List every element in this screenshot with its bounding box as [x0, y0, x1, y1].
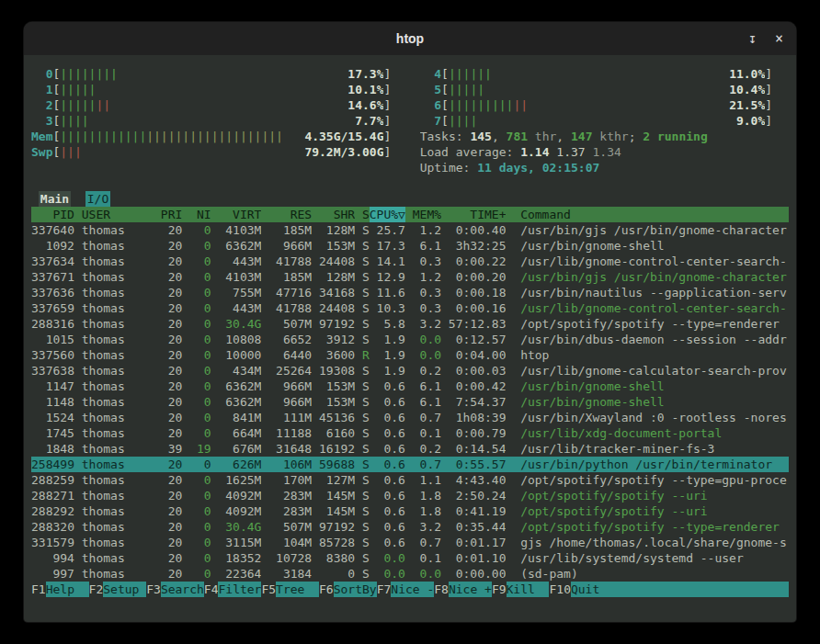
- process-row[interactable]: 288271thomas2004092M283M145MS0.61.82:50.…: [31, 488, 789, 503]
- cell-state: S: [355, 363, 370, 378]
- column-header-user[interactable]: USER: [74, 207, 146, 222]
- cell-mem: 3.2: [405, 316, 441, 332]
- close-icon[interactable]: ×: [775, 30, 783, 47]
- fkey-f10[interactable]: F10Quit: [549, 582, 789, 597]
- cell-cpu: 5.8: [370, 316, 405, 332]
- meter-area: 0[||||||||17.3%]4[||||||11.0%]1[|||||10.…: [31, 66, 789, 175]
- process-row[interactable]: 337638thomas200434M2526419308S1.90.20:00…: [31, 363, 789, 378]
- cpu-meter-7: 7[||||9.0%]: [420, 113, 772, 129]
- process-row[interactable]: 337636thomas200755M4771634168S11.60.30:0…: [31, 285, 789, 300]
- cell-res: 283M: [261, 488, 312, 503]
- process-row[interactable]: 1524thomas200841M111M45136S0.60.71h08:39…: [31, 410, 789, 425]
- cell-ni: 19: [182, 441, 211, 457]
- process-row[interactable]: 1848thomas3919676M3164816192S0.60.20:14.…: [31, 441, 789, 457]
- download-icon[interactable]: ↧: [748, 30, 757, 47]
- column-header-res[interactable]: RES: [261, 207, 312, 222]
- process-row[interactable]: 337640thomas2004103M185M128MS25.71.20:00…: [31, 222, 789, 238]
- fkey-f9[interactable]: F9Kill: [492, 582, 550, 597]
- cell-cpu: 0.6: [370, 394, 405, 410]
- cell-state: S: [355, 269, 370, 285]
- cell-ni: 0: [182, 425, 211, 441]
- cell-state: S: [355, 535, 370, 550]
- cell-cpu: 0.6: [370, 457, 405, 472]
- column-header-pid[interactable]: PID: [31, 207, 74, 222]
- process-row[interactable]: 258499thomas200626M106M59688S0.60.70:55.…: [31, 457, 789, 472]
- screen-tabs: Main I/O: [31, 191, 789, 207]
- fkey-f8[interactable]: F8Nice +: [434, 582, 492, 597]
- cell-res: 47716: [261, 285, 312, 300]
- cell-pid: 337636: [31, 285, 74, 300]
- cell-cpu: 25.7: [370, 222, 405, 238]
- process-row[interactable]: 337659thomas200443M4178824408S10.30.30:0…: [31, 300, 789, 316]
- process-row[interactable]: 1092thomas2006362M966M153MS17.36.13h32:2…: [31, 238, 789, 254]
- process-table: 337640thomas2004103M185M128MS25.71.20:00…: [31, 222, 789, 582]
- cell-cpu: 0.0: [370, 550, 405, 566]
- cell-user: thomas: [74, 472, 146, 488]
- cell-mem: 6.1: [405, 238, 441, 254]
- cpu-meter-6: 6[|||||||||||21.5%]: [420, 97, 772, 113]
- cell-res: 185M: [261, 222, 312, 238]
- cell-pid: 1148: [31, 394, 74, 410]
- process-row[interactable]: 288316thomas20030.4G507M97192S5.83.257:1…: [31, 316, 789, 332]
- fkey-f6[interactable]: F6SortBy: [319, 582, 377, 597]
- process-row[interactable]: 331579thomas2003115M104M85728S0.60.70:01…: [31, 535, 789, 550]
- process-row[interactable]: 288320thomas20030.4G507M97192S0.63.20:35…: [31, 519, 789, 535]
- process-row[interactable]: 1148thomas2006362M966M153MS0.66.17:54.37…: [31, 394, 789, 410]
- fkey-f1[interactable]: F1Help: [31, 582, 89, 597]
- column-header-s[interactable]: S: [355, 207, 370, 222]
- cell-user: thomas: [74, 347, 146, 363]
- process-row[interactable]: 288292thomas2004092M283M145MS0.61.80:41.…: [31, 503, 789, 519]
- column-header-time[interactable]: TIME+: [441, 207, 506, 222]
- column-header-shr[interactable]: SHR: [312, 207, 355, 222]
- cell-pri: 20: [146, 425, 182, 441]
- process-row[interactable]: 994thomas20018352107288380S0.00.10:01.10…: [31, 550, 789, 566]
- column-header-mem[interactable]: MEM%: [405, 207, 441, 222]
- cell-ni: 0: [182, 503, 211, 519]
- cell-time: 2:50.24: [441, 488, 506, 503]
- cell-command: /usr/bin/gnome-shell: [506, 378, 789, 394]
- cell-ni: 0: [182, 363, 211, 378]
- cell-pri: 20: [146, 488, 182, 503]
- window-titlebar[interactable]: htop ↧ ×: [24, 22, 796, 55]
- cell-user: thomas: [74, 503, 146, 519]
- cpu-meter-4: 4[||||||11.0%]: [420, 66, 772, 82]
- cell-user: thomas: [74, 535, 146, 550]
- column-header-ni[interactable]: NI: [182, 207, 211, 222]
- fkey-f2[interactable]: F2Setup: [89, 582, 147, 597]
- cell-res: 104M: [261, 535, 312, 550]
- cell-user: thomas: [74, 425, 146, 441]
- cell-time: 3h32:25: [441, 238, 506, 254]
- process-row[interactable]: 1015thomas2001080866523912S1.90.00:12.57…: [31, 332, 789, 347]
- column-header-pri[interactable]: PRI: [146, 207, 182, 222]
- cell-user: thomas: [74, 332, 146, 347]
- column-header-cpu[interactable]: CPU%▽: [370, 207, 405, 222]
- process-row[interactable]: 288259thomas2001625M170M127MS0.61.14:43.…: [31, 472, 789, 488]
- process-row[interactable]: 997thomas2002236431840S0.00.00:00.00(sd-…: [31, 566, 789, 582]
- process-row[interactable]: 1147thomas2006362M966M153MS0.66.10:00.42…: [31, 378, 789, 394]
- fkey-f3[interactable]: F3Search: [146, 582, 204, 597]
- cell-cpu: 0.6: [370, 472, 405, 488]
- cell-pri: 20: [146, 254, 182, 269]
- cell-pri: 20: [146, 550, 182, 566]
- column-header-cmd[interactable]: Command: [506, 207, 789, 222]
- cell-command: /usr/lib/gnome-calculator-search-prov: [506, 363, 789, 378]
- tab-main[interactable]: Main: [39, 191, 71, 207]
- cell-user: thomas: [74, 238, 146, 254]
- cpu-meter-1-value: 10.1%: [341, 82, 384, 97]
- cpu-meter-6-bar: |||||||||||: [449, 97, 528, 113]
- fkey-f5[interactable]: F5Tree: [261, 582, 319, 597]
- cell-mem: 0.7: [405, 535, 441, 550]
- tab-io[interactable]: I/O: [85, 191, 110, 207]
- column-header-virt[interactable]: VIRT: [211, 207, 262, 222]
- cpu-meter-7-label: 7: [420, 113, 441, 129]
- process-row[interactable]: 337634thomas200443M4178824408S14.10.30:0…: [31, 254, 789, 269]
- process-row[interactable]: 1745thomas200664M111886160S0.60.10:00.79…: [31, 425, 789, 441]
- process-row[interactable]: 337560thomas2001000064403600R1.90.00:04.…: [31, 347, 789, 363]
- cell-state: S: [355, 378, 370, 394]
- process-row[interactable]: 337671thomas2004103M185M128MS12.91.20:00…: [31, 269, 789, 285]
- cpu-meter-0: 0[||||||||17.3%]: [31, 66, 391, 82]
- fkey-f7[interactable]: F7Nice -: [377, 582, 435, 597]
- cell-ni: 0: [182, 378, 211, 394]
- fkey-f4[interactable]: F4Filter: [204, 582, 262, 597]
- cell-virt: 755M: [211, 285, 262, 300]
